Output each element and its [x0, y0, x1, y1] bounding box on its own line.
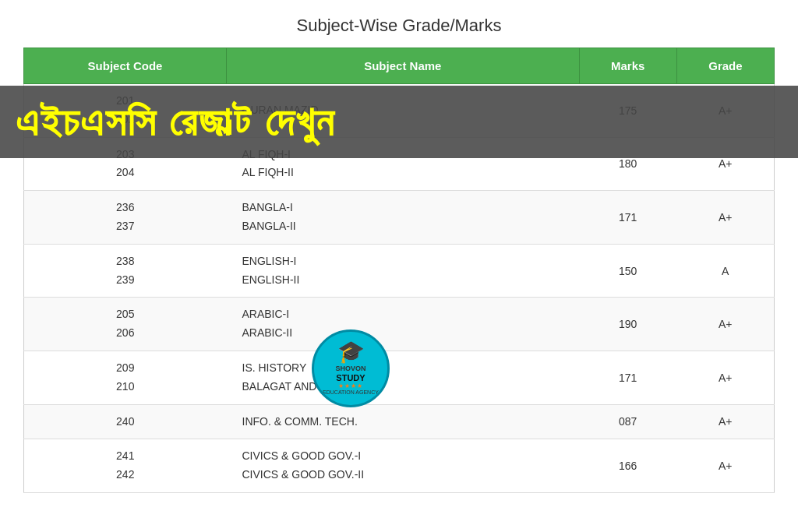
- cell-name: BANGLA-I BANGLA-II: [227, 191, 580, 245]
- table-row: 240INFO. & COMM. TECH.087A+: [24, 404, 775, 439]
- cell-marks: 171: [579, 191, 676, 245]
- cell-grade: A: [676, 244, 774, 298]
- table-row: 209 210IS. HISTORY BALAGAT AND MANTIQ171…: [24, 351, 775, 404]
- watermark-logo: 🎓 Shovon Study ★★★★ EDUCATION AGENCY: [312, 329, 390, 407]
- overlay-text: এইচএসসি রেজাল্ট দেখুন: [16, 100, 782, 144]
- cell-grade: A+: [676, 404, 774, 439]
- header-subject-name: Subject Name: [227, 48, 580, 84]
- cell-marks: 171: [579, 351, 676, 404]
- cell-code: 205 206: [24, 298, 227, 351]
- cell-grade: A+: [676, 298, 774, 351]
- watermark-brand-top: Shovon: [335, 365, 365, 373]
- cell-grade: A+: [676, 351, 774, 404]
- cell-name: INFO. & COMM. TECH.: [227, 404, 580, 439]
- header-subject-code: Subject Code: [24, 48, 227, 84]
- cell-grade: A+: [676, 439, 774, 493]
- cell-marks: 150: [579, 244, 676, 298]
- cell-marks: 087: [579, 404, 676, 439]
- cell-code: 240: [24, 404, 227, 439]
- cell-grade: A+: [676, 191, 774, 245]
- cell-code: 209 210: [24, 351, 227, 404]
- cell-marks: 190: [579, 298, 676, 351]
- watermark-cap-icon: 🎓: [337, 341, 365, 363]
- header-grade: Grade: [676, 48, 774, 84]
- table-row: 238 239ENGLISH-I ENGLISH-II150A: [24, 244, 775, 298]
- cell-code: 241 242: [24, 439, 227, 493]
- cell-code: 236 237: [24, 191, 227, 245]
- page-title: Subject-Wise Grade/Marks: [23, 16, 775, 36]
- watermark-tagline: EDUCATION AGENCY: [323, 389, 379, 396]
- table-row: 241 242CIVICS & GOOD GOV.-I CIVICS & GOO…: [24, 439, 775, 493]
- header-marks: Marks: [579, 48, 676, 84]
- table-row: 205 206ARABIC-I ARABIC-II190A+: [24, 298, 775, 351]
- watermark-stars: ★★★★: [338, 382, 363, 389]
- overlay-banner: এইচএসসি রেজাল্ট দেখুন: [0, 86, 798, 158]
- cell-marks: 166: [579, 439, 676, 493]
- cell-name: CIVICS & GOOD GOV.-I CIVICS & GOOD GOV.-…: [227, 439, 580, 493]
- table-row: 236 237BANGLA-I BANGLA-II171A+: [24, 191, 775, 245]
- cell-name: IS. HISTORY BALAGAT AND MANTIQ: [227, 351, 580, 404]
- watermark-brand-study: Study: [336, 373, 365, 382]
- cell-name: ENGLISH-I ENGLISH-II: [227, 244, 580, 298]
- cell-code: 238 239: [24, 244, 227, 298]
- cell-name: ARABIC-I ARABIC-II: [227, 298, 580, 351]
